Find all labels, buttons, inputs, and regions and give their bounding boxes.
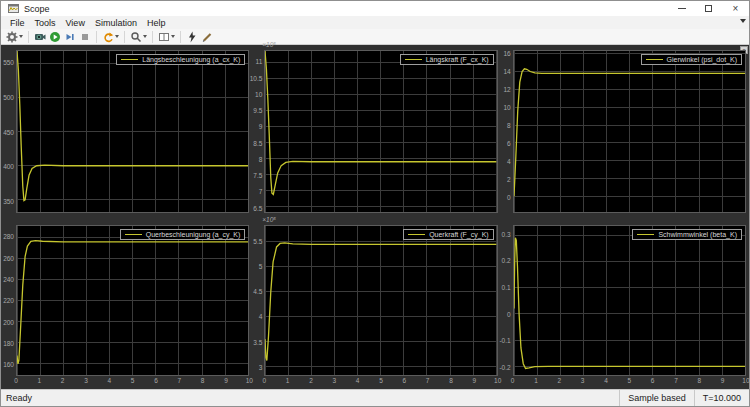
- y-tick-label: 2: [507, 176, 511, 183]
- title-bar: Scope ×: [1, 1, 749, 16]
- status-bar: Ready Sample based T=10.000: [1, 389, 749, 406]
- plot-area[interactable]: Längsbeschleunigung (a_cx_K): [16, 50, 249, 213]
- step-back-button[interactable]: [101, 30, 120, 44]
- trigger-button[interactable]: [185, 30, 199, 44]
- y-tick-label: 160: [3, 361, 14, 368]
- legend-label: Längsbeschleunigung (a_cx_K): [142, 56, 240, 63]
- plot-area[interactable]: Querbeschleunigung (a_cy_K): [16, 225, 249, 377]
- menu-overflow-icon[interactable]: [740, 19, 746, 23]
- x-tick-label: 0: [263, 377, 267, 384]
- y-tick-label: 0: [507, 310, 511, 317]
- y-tick-label: 180: [3, 339, 14, 346]
- stop-button[interactable]: [78, 30, 92, 44]
- x-tick-label: 0: [14, 377, 18, 384]
- y-tick-label: 6.5: [253, 204, 262, 211]
- menu-help[interactable]: Help: [142, 18, 171, 28]
- x-tick-label: 4: [604, 377, 608, 384]
- y-tick-label: 6: [507, 139, 511, 146]
- y-tick-label: 200: [3, 318, 14, 325]
- minimize-button[interactable]: [668, 1, 695, 16]
- snapshot-button[interactable]: [33, 30, 47, 44]
- x-tick-label: 5: [628, 377, 632, 384]
- y-tick-label: 7.5: [253, 172, 262, 179]
- plot-area[interactable]: ×10⁵ Querkraft (F_cy_K): [264, 225, 497, 377]
- x-tick-label: 6: [651, 377, 655, 384]
- legend-line-sample: [637, 234, 654, 235]
- legend[interactable]: Längskraft (F_cx_K): [400, 54, 494, 65]
- legend[interactable]: Längsbeschleunigung (a_cx_K): [116, 54, 245, 65]
- x-tick-label: 0: [511, 377, 515, 384]
- y-tick-label: 10: [503, 103, 510, 110]
- run-button[interactable]: [48, 30, 62, 44]
- step-forward-button[interactable]: [63, 30, 77, 44]
- legend-label: Längskraft (F_cx_K): [426, 56, 489, 63]
- plot-area[interactable]: Gierwinkel (psi_dot_K): [513, 50, 746, 213]
- y-tick-label: 9: [259, 123, 263, 130]
- x-tick-label: 3: [84, 377, 88, 384]
- legend[interactable]: Querbeschleunigung (a_cy_K): [120, 229, 246, 240]
- x-tick-label: 9: [473, 377, 477, 384]
- menu-view[interactable]: View: [61, 18, 90, 28]
- x-tick-label: 10: [246, 377, 253, 384]
- status-sample-mode: Sample based: [619, 390, 694, 406]
- legend-label: Querkraft (F_cy_K): [429, 231, 489, 238]
- close-button[interactable]: ×: [722, 1, 749, 16]
- y-tick-label: 0.1: [502, 283, 511, 290]
- maximize-button[interactable]: [695, 1, 722, 16]
- close-icon: ×: [733, 5, 739, 13]
- settings-button[interactable]: [5, 30, 24, 44]
- x-tick-label: 8: [201, 377, 205, 384]
- legend-line-sample: [125, 234, 142, 235]
- legend-line-sample: [646, 59, 663, 60]
- y-tick-label: 14: [503, 67, 510, 74]
- x-tick-label: 1: [286, 377, 290, 384]
- menu-simulation[interactable]: Simulation: [90, 18, 142, 28]
- chevron-down-icon: [143, 35, 147, 38]
- plot-schwimmwinkel: -0.2-0.100.10.20.3 Schwimmwinkel (beta_K…: [498, 225, 746, 388]
- y-tick-label: 4: [259, 313, 263, 320]
- status-ready: Ready: [1, 393, 619, 403]
- y-axis-labels: 33.544.555.5: [249, 225, 264, 377]
- zoom-button[interactable]: [129, 30, 148, 44]
- y-axis-labels: -0.2-0.100.10.20.3: [498, 225, 513, 377]
- x-axis-labels: 012345678910: [16, 376, 249, 387]
- run-icon: [49, 31, 61, 43]
- legend-line-sample: [408, 234, 425, 235]
- x-tick-label: 7: [674, 377, 678, 384]
- legend-label: Querbeschleunigung (a_cy_K): [146, 231, 241, 238]
- y-tick-label: 220: [3, 297, 14, 304]
- toolbar-separator: [152, 31, 153, 43]
- y-tick-label: 11: [256, 58, 263, 65]
- x-tick-label: 5: [131, 377, 135, 384]
- legend[interactable]: Querkraft (F_cy_K): [403, 229, 494, 240]
- menu-file[interactable]: File: [5, 18, 30, 28]
- scope-window: Scope × File Tools View Simulation Help: [0, 0, 750, 407]
- minimize-icon: [678, 8, 686, 9]
- y-axis-labels: 0246810121416: [498, 50, 513, 213]
- y-tick-label: 550: [3, 59, 14, 66]
- y-axis-labels: 350400450500550: [1, 50, 16, 213]
- maximize-icon: [705, 5, 712, 12]
- y-axis-exponent: ×10⁵: [262, 41, 276, 48]
- magnifier-icon: [130, 31, 142, 43]
- plot-area[interactable]: Schwimmwinkel (beta_K): [513, 225, 746, 377]
- legend-line-sample: [121, 59, 138, 60]
- stop-icon: [79, 31, 91, 43]
- x-tick-label: 7: [178, 377, 182, 384]
- plot-area[interactable]: ×10⁵ Längskraft (F_cx_K): [264, 50, 497, 213]
- menu-tools[interactable]: Tools: [30, 18, 61, 28]
- layout-button[interactable]: [157, 30, 176, 44]
- legend[interactable]: Schwimmwinkel (beta_K): [632, 229, 742, 240]
- y-tick-label: 12: [503, 85, 510, 92]
- highlight-button[interactable]: [200, 30, 214, 44]
- y-tick-label: 280: [3, 233, 14, 240]
- x-tick-label: 2: [558, 377, 562, 384]
- x-tick-label: 9: [224, 377, 228, 384]
- x-tick-label: 6: [403, 377, 407, 384]
- x-tick-label: 10: [494, 377, 501, 384]
- x-tick-label: 1: [38, 377, 42, 384]
- y-axis-exponent: ×10⁵: [262, 216, 276, 223]
- step-forward-icon: [64, 31, 76, 43]
- legend[interactable]: Gierwinkel (psi_dot_K): [641, 54, 742, 65]
- lightning-icon: [186, 31, 198, 43]
